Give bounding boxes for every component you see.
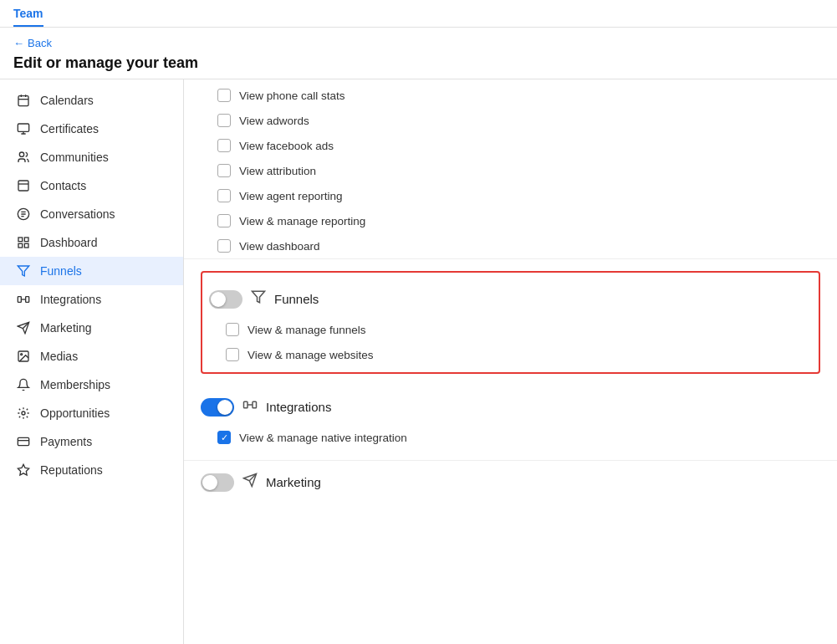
svg-rect-14 <box>18 297 21 303</box>
page-title: Edit or manage your team <box>13 54 824 72</box>
conversations-icon <box>15 207 32 221</box>
content-area: View phone call stats View adwords View … <box>184 79 837 644</box>
permission-view-adwords: View adwords <box>201 108 820 133</box>
checkbox-view-manage-reporting[interactable] <box>217 214 231 227</box>
label-view-manage-websites: View & manage websites <box>248 349 374 361</box>
sidebar-item-integrations[interactable]: Integrations <box>0 285 183 314</box>
funnels-section-header: Funnels <box>209 278 812 317</box>
sidebar-item-label: Medias <box>40 350 78 363</box>
team-tab[interactable]: Team <box>13 7 43 27</box>
permission-view-attribution: View attribution <box>201 158 820 183</box>
sidebar-item-contacts[interactable]: Contacts <box>0 171 183 200</box>
certificates-icon <box>15 122 32 135</box>
marketing-section-label: Marketing <box>266 475 321 489</box>
svg-marker-13 <box>18 266 28 276</box>
sidebar-item-reputations[interactable]: Reputations <box>0 456 183 484</box>
main-layout: Calendars Certificates Communities Conta… <box>0 79 837 644</box>
checkbox-view-attribution[interactable] <box>217 164 231 177</box>
permission-view-dashboard: View dashboard <box>201 233 820 258</box>
permission-view-facebook-ads: View facebook ads <box>201 133 820 158</box>
checkbox-view-manage-native-integration[interactable]: ✓ <box>217 431 231 444</box>
integrations-section-label: Integrations <box>266 400 331 414</box>
integrations-section-header: Integrations <box>201 386 820 425</box>
integrations-icon <box>15 293 32 306</box>
sidebar-item-medias[interactable]: Medias <box>0 342 183 371</box>
sidebar-item-payments[interactable]: Payments <box>0 427 183 456</box>
medias-icon <box>15 350 32 363</box>
checkbox-view-phone-call-stats[interactable] <box>217 89 231 102</box>
calendars-icon <box>15 94 32 107</box>
label-view-manage-native-integration: View & manage native integration <box>239 432 407 444</box>
top-bar: Team <box>0 0 837 28</box>
top-permissions-section: View phone call stats View adwords View … <box>184 79 837 259</box>
funnels-icon <box>15 264 32 278</box>
svg-rect-15 <box>26 297 29 303</box>
label-view-attribution: View attribution <box>239 165 316 177</box>
funnels-toggle[interactable] <box>209 290 242 309</box>
svg-rect-27 <box>253 401 257 408</box>
sidebar-item-label: Payments <box>40 435 92 448</box>
permission-view-manage-funnels: View & manage funnels <box>209 317 812 342</box>
sidebar-item-calendars[interactable]: Calendars <box>0 86 183 115</box>
svg-rect-11 <box>18 243 23 248</box>
marketing-icon <box>15 321 32 335</box>
marketing-section-icon <box>242 473 258 492</box>
svg-rect-26 <box>244 401 248 408</box>
communities-icon <box>15 151 32 164</box>
sidebar-item-label: Reputations <box>40 463 103 477</box>
sidebar-item-label: Marketing <box>40 321 91 335</box>
label-view-agent-reporting: View agent reporting <box>239 190 343 202</box>
sidebar: Calendars Certificates Communities Conta… <box>0 79 184 644</box>
sidebar-item-communities[interactable]: Communities <box>0 143 183 171</box>
sidebar-item-opportunities[interactable]: Opportunities <box>0 399 183 427</box>
sidebar-item-label: Communities <box>40 151 109 164</box>
page-header: ← Back Edit or manage your team <box>0 28 837 79</box>
checkbox-view-facebook-ads[interactable] <box>217 139 231 152</box>
sidebar-item-label: Opportunities <box>40 406 110 420</box>
funnels-highlight-box: Funnels View & manage funnels View & man… <box>201 271 820 374</box>
sidebar-item-label: Memberships <box>40 378 110 391</box>
sidebar-item-dashboard[interactable]: Dashboard <box>0 228 183 257</box>
checkbox-view-dashboard[interactable] <box>217 239 231 253</box>
svg-rect-10 <box>24 238 28 242</box>
marketing-toggle[interactable] <box>201 473 234 492</box>
checkbox-view-manage-websites[interactable] <box>226 348 239 361</box>
svg-rect-6 <box>18 181 28 191</box>
label-view-adwords: View adwords <box>239 115 309 127</box>
permission-view-agent-reporting: View agent reporting <box>201 183 820 208</box>
permission-view-manage-websites: View & manage websites <box>209 342 812 367</box>
dashboard-icon <box>15 236 32 249</box>
integrations-section: Integrations ✓ View & manage native inte… <box>184 386 837 461</box>
sidebar-item-label: Calendars <box>40 94 94 107</box>
svg-rect-0 <box>18 96 28 106</box>
checkbox-view-adwords[interactable] <box>217 114 231 127</box>
funnels-section-label: Funnels <box>274 292 319 306</box>
svg-point-20 <box>21 354 23 355</box>
sidebar-item-label: Certificates <box>40 122 99 135</box>
label-view-manage-reporting: View & manage reporting <box>239 215 365 227</box>
label-view-facebook-ads: View facebook ads <box>239 140 334 152</box>
svg-point-21 <box>22 411 25 415</box>
svg-rect-22 <box>18 437 28 445</box>
funnels-section-wrapper: Funnels View & manage funnels View & man… <box>184 259 837 386</box>
checkbox-view-manage-funnels[interactable] <box>226 323 239 336</box>
sidebar-item-certificates[interactable]: Certificates <box>0 115 183 143</box>
integrations-toggle[interactable] <box>201 398 234 417</box>
marketing-section-header: Marketing <box>201 461 820 500</box>
sidebar-item-marketing[interactable]: Marketing <box>0 314 183 342</box>
checkbox-view-agent-reporting[interactable] <box>217 189 231 202</box>
label-view-phone-call-stats: View phone call stats <box>239 89 345 102</box>
back-link[interactable]: ← Back <box>13 37 52 49</box>
sidebar-item-memberships[interactable]: Memberships <box>0 371 183 399</box>
svg-point-5 <box>19 152 23 156</box>
reputations-icon <box>15 463 32 477</box>
svg-rect-9 <box>18 238 23 242</box>
sidebar-item-label: Dashboard <box>40 236 98 249</box>
sidebar-item-label: Funnels <box>40 264 82 278</box>
marketing-section: Marketing <box>184 461 837 500</box>
sidebar-item-conversations[interactable]: Conversations <box>0 200 183 228</box>
svg-rect-4 <box>18 124 28 131</box>
svg-marker-25 <box>253 291 265 303</box>
sidebar-item-funnels[interactable]: Funnels <box>0 257 183 285</box>
label-view-manage-funnels: View & manage funnels <box>248 324 366 336</box>
